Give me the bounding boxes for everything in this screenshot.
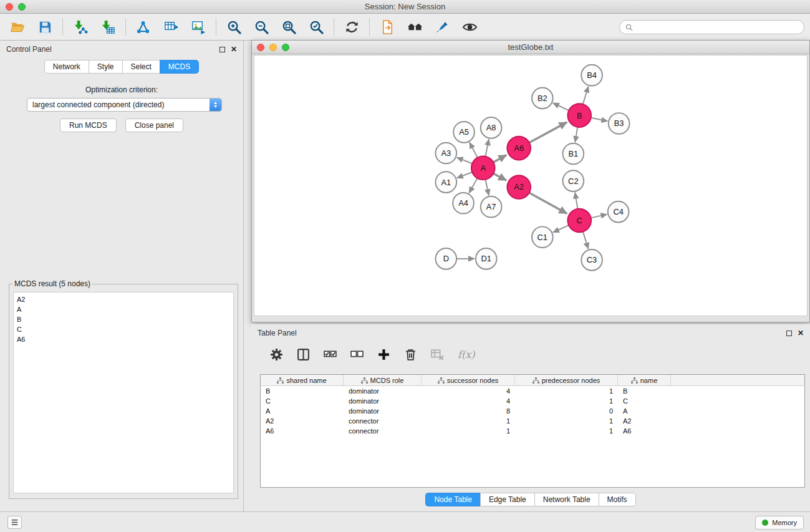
- table-cell[interactable]: dominator: [344, 396, 422, 406]
- network-node-A2[interactable]: A2: [507, 175, 531, 199]
- network-edge-B-B1[interactable]: [575, 127, 577, 142]
- table-row[interactable]: Bdominator41B: [261, 386, 804, 396]
- column-header-name[interactable]: name: [618, 375, 671, 385]
- network-edge-A-A8[interactable]: [485, 139, 489, 157]
- show-hide-button[interactable]: [461, 18, 478, 36]
- float-table-panel-icon[interactable]: [786, 331, 792, 336]
- network-edge-A-A5[interactable]: [470, 142, 478, 157]
- network-node-B4[interactable]: B4: [581, 65, 602, 86]
- search-input[interactable]: [636, 23, 798, 32]
- table-cell[interactable]: B: [261, 386, 344, 396]
- network-node-B3[interactable]: B3: [609, 113, 630, 134]
- column-header-shared-name[interactable]: shared name: [261, 375, 344, 385]
- tab-style[interactable]: Style: [89, 60, 122, 74]
- network-node-C2[interactable]: C2: [563, 170, 584, 191]
- tab-network-table[interactable]: Network Table: [534, 493, 599, 506]
- network-node-B2[interactable]: B2: [532, 88, 553, 109]
- table-cell[interactable]: A6: [261, 426, 344, 436]
- result-item[interactable]: A2: [17, 294, 230, 304]
- result-item[interactable]: A: [17, 304, 230, 314]
- network-edge-B-B3[interactable]: [591, 118, 608, 121]
- column-header-predecessor-nodes[interactable]: predecessor nodes: [515, 375, 618, 385]
- network-edge-A6-B[interactable]: [529, 122, 567, 143]
- function-builder-button[interactable]: f(x): [455, 349, 475, 360]
- result-item[interactable]: C: [17, 324, 230, 334]
- table-cell[interactable]: C: [261, 396, 344, 406]
- close-table-panel-icon[interactable]: ✕: [798, 329, 804, 337]
- tab-mcds[interactable]: MCDS: [160, 60, 199, 74]
- table-cell[interactable]: connector: [344, 416, 422, 426]
- deselect-all-button[interactable]: [348, 346, 365, 363]
- network-edge-A-A6[interactable]: [493, 155, 506, 163]
- close-network-window-button[interactable]: [257, 44, 264, 51]
- table-cell[interactable]: B: [618, 386, 671, 396]
- open-session-button[interactable]: [9, 18, 26, 36]
- open-document-button[interactable]: [378, 18, 396, 36]
- network-edge-A2-C[interactable]: [529, 193, 567, 213]
- table-cell[interactable]: 1: [515, 416, 618, 426]
- tab-motifs[interactable]: Motifs: [599, 493, 636, 506]
- network-node-A8[interactable]: A8: [481, 117, 502, 138]
- network-edge-A-A7[interactable]: [485, 180, 488, 196]
- network-node-A6[interactable]: A6: [507, 137, 531, 160]
- tab-node-table[interactable]: Node Table: [425, 493, 480, 506]
- network-edge-C-C3[interactable]: [583, 231, 589, 249]
- zoom-in-button[interactable]: [225, 18, 243, 36]
- table-cell[interactable]: 1: [515, 426, 618, 436]
- network-node-A4[interactable]: A4: [453, 193, 474, 214]
- network-node-D1[interactable]: D1: [476, 248, 497, 269]
- network-node-B1[interactable]: B1: [563, 143, 584, 165]
- close-panel-icon[interactable]: ✕: [231, 46, 237, 53]
- network-node-A[interactable]: A: [471, 156, 495, 180]
- result-item[interactable]: B: [17, 314, 230, 324]
- table-cell[interactable]: 4: [422, 386, 515, 396]
- table-cell[interactable]: A: [618, 406, 671, 416]
- tab-edge-table[interactable]: Edge Table: [480, 493, 534, 506]
- network-node-B[interactable]: B: [567, 104, 591, 127]
- column-header-MCDS-role[interactable]: MCDS role: [344, 375, 422, 385]
- add-column-button[interactable]: [375, 346, 392, 363]
- network-window[interactable]: testGlobe.txt AA6A2BCA1A3A4A5A7A8B1B2B3B…: [251, 40, 810, 322]
- zoom-fit-button[interactable]: [280, 18, 297, 36]
- task-history-button[interactable]: [7, 516, 22, 529]
- table-cell[interactable]: dominator: [344, 406, 422, 416]
- network-canvas[interactable]: AA6A2BCA1A3A4A5A7A8B1B2B3B4C1C2C3C4DD1: [254, 55, 808, 316]
- network-node-C3[interactable]: C3: [581, 249, 602, 271]
- export-image-button[interactable]: [190, 18, 207, 36]
- save-session-button[interactable]: [36, 18, 54, 36]
- network-node-C1[interactable]: C1: [532, 226, 553, 248]
- table-cell[interactable]: 4: [422, 396, 515, 406]
- column-header-successor-nodes[interactable]: successor nodes: [422, 375, 515, 385]
- table-row[interactable]: Adominator80A: [261, 406, 804, 416]
- zoom-selected-button[interactable]: [307, 18, 325, 36]
- optimization-dropdown[interactable]: largest connected component (directed) ▲…: [27, 98, 222, 112]
- network-edge-B-B4[interactable]: [583, 87, 589, 104]
- result-item[interactable]: A6: [17, 334, 230, 344]
- network-edge-C-C4[interactable]: [591, 215, 607, 218]
- table-row[interactable]: A6connector11A6: [261, 426, 804, 436]
- table-settings-button[interactable]: [268, 346, 285, 363]
- network-edge-A-A3[interactable]: [457, 158, 473, 164]
- table-cell[interactable]: A2: [261, 416, 344, 426]
- run-mcds-button[interactable]: Run MCDS: [60, 118, 117, 132]
- table-row[interactable]: A2connector11A2: [261, 416, 804, 426]
- table-cell[interactable]: A2: [618, 416, 671, 426]
- zoom-network-window-button[interactable]: [282, 44, 289, 51]
- table-cell[interactable]: 1: [422, 416, 515, 426]
- delete-table-button[interactable]: [428, 346, 446, 363]
- network-edge-C-C1[interactable]: [553, 225, 569, 232]
- network-node-A1[interactable]: A1: [435, 172, 456, 193]
- network-node-A3[interactable]: A3: [435, 143, 456, 164]
- show-columns-button[interactable]: [294, 346, 312, 363]
- network-canvas-svg[interactable]: AA6A2BCA1A3A4A5A7A8B1B2B3B4C1C2C3C4DD1: [254, 56, 807, 316]
- network-edge-A-A1[interactable]: [457, 172, 472, 178]
- network-node-A7[interactable]: A7: [481, 196, 502, 218]
- table-cell[interactable]: 1: [515, 396, 618, 406]
- clone-network-button[interactable]: [162, 18, 180, 36]
- table-cell[interactable]: 0: [515, 406, 618, 416]
- zoom-window-button[interactable]: [18, 3, 26, 11]
- import-table-button[interactable]: [99, 18, 117, 36]
- network-edge-C-C2[interactable]: [575, 193, 577, 209]
- table-cell[interactable]: A6: [618, 426, 671, 436]
- mcds-result-list[interactable]: A2ABCA6: [13, 292, 234, 493]
